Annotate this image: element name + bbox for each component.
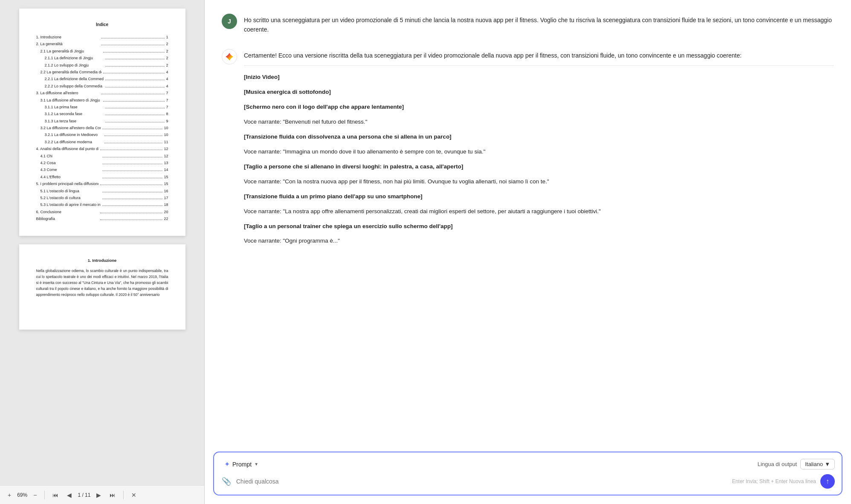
toc-item-label: 2.1.2 Lo sviluppo di Jingju (45, 62, 104, 68)
toc-item: 2.1 La generalità di Jingju 2 (36, 48, 168, 54)
chat-input-header: ✦ Prompt ▼ Lingua di output Italiano ▼ (221, 458, 835, 470)
add-page-button[interactable]: + (5, 490, 14, 500)
enter-hint-text: Enter Invia; Shift + Enter Nuova linea (732, 478, 816, 484)
toc-item: 2.2 La generalità della Commedia dell'Ar… (36, 69, 168, 75)
toc-dots (102, 178, 162, 178)
toc-item-label: 5.2 L'ostacolo di cultura (41, 195, 101, 201)
toc-item-page: 12 (164, 146, 168, 152)
document-scroll-area[interactable]: Indice 1. Introduzione 1 2. La generalit… (0, 0, 204, 485)
toc-item: 1. Introduzione 1 (36, 34, 168, 40)
prompt-badge[interactable]: ✦ Prompt ▼ (221, 458, 262, 470)
zoom-display: 69% (17, 492, 27, 498)
toc-dots (104, 143, 162, 143)
toc-item-page: 16 (164, 188, 168, 194)
toc-dots (102, 199, 162, 199)
zoom-minus-button[interactable]: − (31, 490, 39, 500)
sparkle-icon: ✦ (224, 460, 230, 468)
chat-input-field[interactable] (236, 478, 728, 485)
intro-section-title: 1. Introduzione (36, 257, 168, 264)
toc-item-page: 7 (166, 97, 168, 103)
close-panel-button[interactable]: ✕ (129, 490, 139, 500)
page-start-button[interactable]: ⏮ (50, 490, 61, 500)
toc-dots (102, 129, 162, 129)
toc-item-label: 4.4 L'Effetto (41, 174, 101, 180)
attach-button[interactable]: 📎 (221, 476, 232, 487)
toc-item: 4.1 Chi 12 (36, 153, 168, 159)
toc-item-page: 20 (164, 209, 168, 215)
toc-item: 4.3 Come 14 (36, 167, 168, 173)
toc-item-page: 1 (166, 34, 168, 40)
chat-messages-area[interactable]: J Ho scritto una sceneggiatura per un vi… (205, 0, 851, 452)
toc-item-page: 7 (166, 90, 168, 96)
toc-item-page: 9 (166, 118, 168, 124)
toc-item: 2.1.1 La definizione di Jingju 2 (36, 55, 168, 61)
toc-item-label: 4.3 Come (41, 167, 101, 173)
toc-item-label: 2.2 La generalità della Commedia dell'Ar… (41, 69, 102, 75)
toc-item-label: 6. Conclusione (36, 209, 98, 215)
toc-item-label: 2.2.1 La definizione della Commedia dell… (45, 76, 104, 82)
toc-item-label: 3.2 La diffusione all'estero della Comme… (41, 125, 101, 131)
script-line-action: [Transizione fluida a un primo piano del… (244, 192, 834, 202)
toc-dots (102, 192, 162, 192)
toc-dots (104, 136, 162, 136)
toc-item-page: 10 (164, 132, 168, 138)
toc-item: Bibliografia 22 (36, 216, 168, 222)
toc-dots (105, 59, 165, 59)
toc-item-page: 14 (164, 167, 168, 173)
toc-item: 3.1.2 La seconda fase 8 (36, 111, 168, 117)
toc-item: 3. La diffusione all'estero 7 (36, 90, 168, 96)
toc-item-page: 17 (164, 195, 168, 201)
toc-item-label: 2. La generalità (36, 41, 100, 47)
user-message-text: Ho scritto una sceneggiatura per un vide… (244, 15, 834, 35)
toc-dots (105, 122, 165, 122)
prompt-label: Prompt (232, 461, 252, 468)
toc-item: 4.2 Cosa 13 (36, 160, 168, 166)
toc-item-page: 4 (166, 83, 168, 89)
script-line-dialogue: Voce narrante: "Immagina un mondo dove i… (244, 147, 834, 157)
ai-logo-icon (224, 52, 234, 62)
lingua-label: Lingua di output (758, 461, 797, 467)
page-back-button[interactable]: ◀ (64, 490, 74, 500)
document-intro-page: 1. Introduzione Nella globalizzazione od… (19, 244, 185, 330)
toc-item: 2.2.1 La definizione della Commedia dell… (36, 76, 168, 82)
toc-item-label: 4.1 Chi (41, 153, 101, 159)
page-end-button[interactable]: ⏭ (107, 490, 118, 500)
toc-item-page: 2 (166, 62, 168, 68)
toc-dots (102, 206, 162, 206)
ai-intro-text: Certamente! Ecco una versione riscritta … (244, 51, 834, 60)
toc-item-label: 2.1 La generalità di Jingju (41, 48, 102, 54)
toc-item: 5.1 L'ostacolo di lingua 16 (36, 188, 168, 194)
script-line-action: [Taglio a un personal trainer che spiega… (244, 222, 834, 232)
send-button[interactable]: ↑ (820, 474, 835, 489)
toc-item-label: 5.3 L'ostacolo di aprire il mercato inte… (41, 202, 101, 208)
user-message-content: Ho scritto una sceneggiatura per un vide… (244, 13, 834, 38)
toc-item-page: 12 (164, 153, 168, 159)
lingua-chevron-icon: ▼ (825, 461, 830, 467)
toc-dots (103, 52, 165, 52)
user-message: J Ho scritto una sceneggiatura per un vi… (222, 13, 834, 38)
toc-item: 5. I problemi principali nella diffusion… (36, 181, 168, 187)
lingua-select[interactable]: Italiano ▼ (800, 459, 835, 469)
toc-item-page: 15 (164, 181, 168, 187)
toc-item-page: 18 (164, 202, 168, 208)
toc-item-label: 3.1.2 La seconda fase (45, 111, 104, 117)
document-panel: Indice 1. Introduzione 1 2. La generalit… (0, 0, 205, 504)
chat-panel: J Ho scritto una sceneggiatura per un vi… (205, 0, 851, 504)
document-toolbar: + 69% − ⏮ ◀ 1 / 11 ▶ ⏭ ✕ (0, 485, 204, 504)
lingua-value: Italiano (805, 461, 823, 467)
toc-item-page: 15 (164, 174, 168, 180)
toc-dots (102, 171, 162, 171)
toc-dots (105, 80, 165, 80)
page-forward-button[interactable]: ▶ (94, 490, 104, 500)
toc-item-page: 7 (166, 104, 168, 110)
toc-item: 3.2 La diffusione all'estero della Comme… (36, 125, 168, 131)
toc-item-label: 3.2.1 La diffusione in Medioevo (45, 132, 103, 138)
lingua-output-section: Lingua di output Italiano ▼ (758, 459, 835, 469)
toc-item: 2.2.2 Lo sviluppo della Commedia dell'Ar… (36, 83, 168, 89)
ai-avatar (222, 49, 237, 64)
toc-item-label: 3. La diffusione all'estero (36, 90, 100, 96)
toc-item-page: 8 (166, 111, 168, 117)
prompt-chevron-icon: ▼ (254, 462, 258, 466)
toc-item-label: 3.2.2 La diffusione moderna (45, 139, 103, 145)
toc-item-page: 11 (164, 139, 168, 145)
